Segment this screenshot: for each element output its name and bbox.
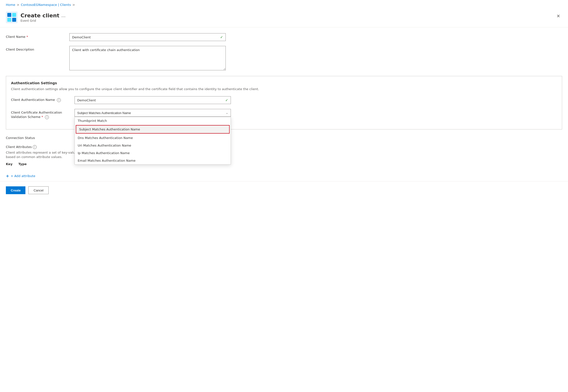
client-name-label: Client Name * (6, 33, 69, 39)
connection-status-label: Connection Status (6, 134, 69, 140)
event-grid-icon (6, 12, 18, 23)
svg-rect-3 (7, 18, 11, 22)
auth-settings-desc: Client authentication settings allow you… (11, 87, 557, 91)
dropdown-option-subject[interactable]: Subject Matches Authentication Name (76, 125, 230, 134)
dropdown-option-email[interactable]: Email Matches Authentication Name (75, 157, 231, 164)
page-header: Create client ... Event Grid ✕ (0, 10, 568, 27)
svg-rect-1 (7, 13, 11, 17)
validation-scheme-dropdown[interactable]: Subject Matches Authentication Name ⌄ (74, 109, 231, 117)
svg-rect-2 (12, 13, 16, 17)
add-attribute-button[interactable]: + + Add attribute (6, 173, 562, 179)
validation-scheme-label: Client Certificate Authentication Valida… (11, 109, 74, 119)
client-name-input[interactable]: DemoClient ✓ (69, 33, 226, 41)
page-options-ellipsis[interactable]: ... (61, 13, 66, 18)
breadcrumb-home[interactable]: Home (6, 3, 15, 7)
client-description-input[interactable]: Client with certificate chain authentica… (69, 46, 226, 70)
auth-name-input[interactable]: DemoClient ✓ (74, 96, 231, 104)
auth-settings-title: Authentication Settings (11, 81, 557, 85)
client-name-check-icon: ✓ (220, 35, 223, 39)
client-attributes-label: Client Attributes (6, 145, 32, 149)
auth-name-check-icon: ✓ (225, 98, 228, 102)
breadcrumb-namespace[interactable]: ContosoEGNamespace | Clients (21, 3, 71, 7)
auth-name-info-icon[interactable]: i (57, 98, 61, 102)
page-subtitle: Event Grid (21, 19, 66, 22)
auth-settings-section: Authentication Settings Client authentic… (6, 76, 562, 129)
key-col-header: Key (6, 162, 13, 166)
type-col-header: Type (18, 162, 27, 166)
cancel-button[interactable]: Cancel (28, 186, 48, 194)
add-attribute-label: + Add attribute (11, 174, 35, 178)
page-title: Create client (21, 13, 59, 19)
dropdown-option-dns[interactable]: Dns Matches Authentication Name (75, 134, 231, 142)
dropdown-chevron-icon: ⌄ (226, 111, 228, 114)
attr-header-row: Key Type (6, 162, 27, 166)
breadcrumb-sep-2: > (72, 3, 75, 7)
create-button[interactable]: Create (6, 186, 25, 194)
breadcrumb-sep-1: > (17, 3, 19, 7)
validation-scheme-menu: Thumbprint Match Subject Matches Authent… (74, 117, 231, 165)
dropdown-option-uri[interactable]: Uri Matches Authentication Name (75, 142, 231, 149)
client-description-label: Client Description (6, 46, 69, 52)
footer-actions: Create Cancel (0, 181, 568, 199)
client-attributes-info-icon[interactable]: i (33, 145, 37, 149)
auth-name-label: Client Authentication Name i (11, 96, 74, 102)
add-icon: + (6, 174, 9, 178)
svg-rect-4 (12, 18, 16, 22)
close-button[interactable]: ✕ (554, 13, 562, 20)
validation-info-icon[interactable]: i (45, 115, 49, 119)
dropdown-option-ip[interactable]: Ip Matches Authentication Name (75, 149, 231, 157)
dropdown-option-thumbprint[interactable]: Thumbprint Match (75, 117, 231, 125)
breadcrumb: Home > ContosoEGNamespace | Clients > (0, 0, 568, 10)
